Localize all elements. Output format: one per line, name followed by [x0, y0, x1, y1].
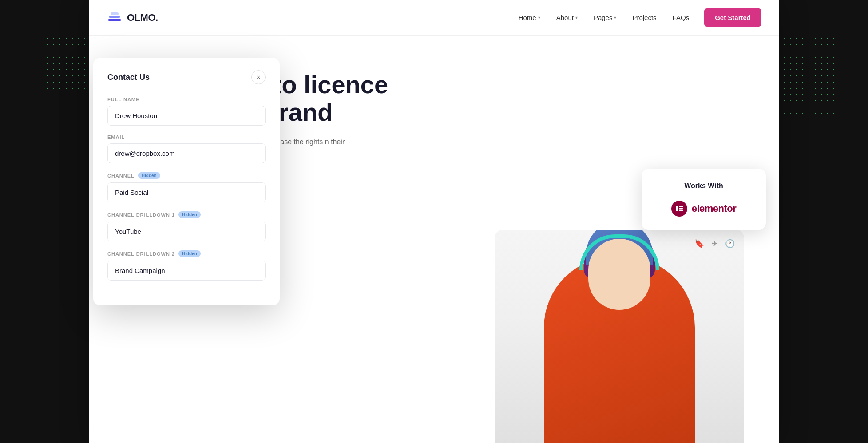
svg-rect-0	[108, 19, 121, 21]
nav-faqs[interactable]: FAQs	[666, 10, 696, 25]
channel-drilldown-2-label: CHANNEL DRILLDOWN 2 Hidden	[107, 250, 266, 257]
chevron-down-icon: ▾	[575, 15, 578, 20]
email-label: EMAIL	[107, 134, 266, 140]
nav-projects[interactable]: Projects	[626, 10, 662, 25]
chevron-down-icon: ▾	[614, 15, 616, 20]
email-input[interactable]	[107, 143, 266, 163]
hero-image: 🔖 ✈ 🕐	[495, 230, 744, 443]
modal-header: Contact Us ×	[107, 70, 266, 84]
channel-drilldown-2-input[interactable]	[107, 261, 266, 281]
modal-close-button[interactable]: ×	[251, 70, 266, 84]
logo-text: OLMO.	[127, 12, 158, 24]
nav-pages[interactable]: Pages ▾	[587, 10, 623, 25]
svg-rect-3	[676, 206, 678, 211]
modal-title: Contact Us	[107, 73, 150, 82]
form-group-channel-drilldown-1: CHANNEL DRILLDOWN 1 Hidden	[107, 211, 266, 241]
svg-rect-4	[679, 206, 683, 207]
form-group-channel: CHANNEL Hidden	[107, 172, 266, 202]
nav-links: Home ▾ About ▾ Pages ▾ Projects FAQs	[512, 10, 695, 25]
logo-icon	[107, 10, 123, 26]
channel-drilldown-1-hidden-badge: Hidden	[178, 211, 201, 218]
channel-drilldown-1-input[interactable]	[107, 222, 266, 241]
bookmark-icon[interactable]: 🔖	[694, 239, 704, 249]
nav-about[interactable]: About ▾	[550, 10, 584, 25]
works-with-card: Works With elementor	[642, 169, 766, 230]
contact-modal: Contact Us × FULL NAME EMAIL CHANNEL Hid…	[93, 58, 280, 305]
channel-drilldown-1-label: CHANNEL DRILLDOWN 1 Hidden	[107, 211, 266, 218]
chevron-down-icon: ▾	[538, 15, 540, 20]
channel-hidden-badge: Hidden	[138, 172, 160, 179]
form-group-fullname: FULL NAME	[107, 97, 266, 126]
elementor-text: elementor	[692, 203, 737, 214]
svg-rect-2	[111, 12, 119, 15]
channel-label: CHANNEL Hidden	[107, 172, 266, 179]
nav-home[interactable]: Home ▾	[512, 10, 547, 25]
elementor-icon	[671, 201, 687, 217]
clock-icon[interactable]: 🕐	[725, 239, 735, 249]
svg-rect-6	[679, 210, 683, 211]
dot-pattern-top-right	[775, 36, 846, 115]
svg-rect-1	[109, 16, 120, 18]
svg-rect-5	[679, 208, 683, 210]
get-started-button[interactable]: Get Started	[704, 8, 761, 27]
form-group-email: EMAIL	[107, 134, 266, 163]
channel-input[interactable]	[107, 182, 266, 202]
logo[interactable]: OLMO.	[107, 10, 158, 26]
channel-drilldown-2-hidden-badge: Hidden	[178, 250, 201, 257]
navbar: OLMO. Home ▾ About ▾ Pages ▾ Projects FA…	[89, 0, 779, 36]
send-icon[interactable]: ✈	[711, 239, 718, 249]
full-name-input[interactable]	[107, 106, 266, 126]
form-group-channel-drilldown-2: CHANNEL DRILLDOWN 2 Hidden	[107, 250, 266, 281]
person-figure: 🔖 ✈ 🕐	[495, 230, 744, 443]
elementor-logo: elementor	[652, 201, 755, 217]
hero-toolbar: 🔖 ✈ 🕐	[694, 239, 735, 249]
full-name-label: FULL NAME	[107, 97, 266, 102]
works-with-title: Works With	[652, 182, 755, 190]
